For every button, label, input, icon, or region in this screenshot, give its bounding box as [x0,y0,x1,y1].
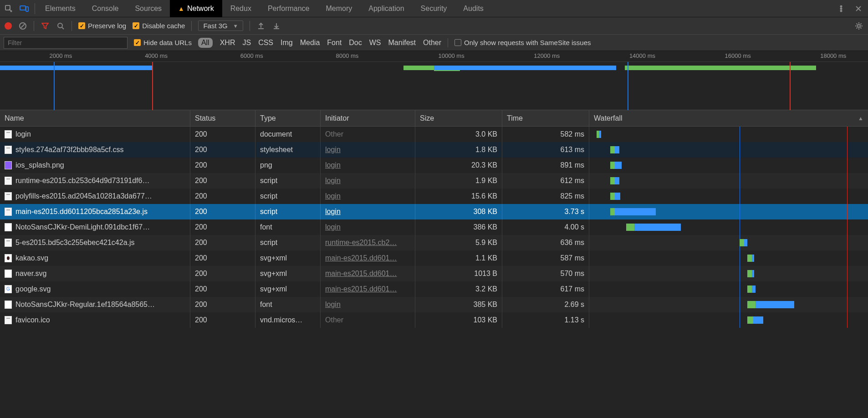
clear-icon[interactable] [18,21,27,31]
timeline-overview[interactable]: 2000 ms4000 ms6000 ms8000 ms10000 ms1200… [0,51,868,110]
initiator-text: Other [325,130,343,138]
request-size: 103 KB [415,312,502,328]
close-icon[interactable] [853,4,863,14]
table-row[interactable]: kakao.svg200svg+xmlmain-es2015.dd601…1.1… [0,250,868,266]
tab-security[interactable]: Security [413,0,455,17]
svg-rect-2 [26,7,28,11]
file-icon [5,161,12,169]
download-har-icon[interactable] [272,21,281,31]
device-toggle-icon[interactable] [19,4,29,14]
filter-cat-img[interactable]: Img [281,39,293,47]
request-waterfall [589,266,868,281]
tab-console[interactable]: Console [84,0,127,17]
table-row[interactable]: NotoSansCJKkr-DemiLight.091dbc1f67…200fo… [0,219,868,235]
search-icon[interactable] [56,21,65,31]
initiator-text: Other [325,316,343,324]
initiator-link[interactable]: login [325,301,341,309]
initiator-link[interactable]: login [325,161,341,169]
tab-label: Audits [463,5,483,13]
table-row[interactable]: ios_splash.png200pnglogin20.3 KB891 ms [0,158,868,173]
file-icon [5,130,12,138]
column-name[interactable]: Name [0,110,190,126]
request-initiator: login [321,204,415,219]
request-size: 386 KB [415,219,502,235]
request-size: 3.0 KB [415,127,502,142]
filter-icon[interactable] [41,21,50,31]
initiator-link[interactable]: main-es2015.dd601… [325,270,397,278]
initiator-link[interactable]: main-es2015.dd601… [325,254,397,262]
initiator-link[interactable]: login [325,192,341,200]
timeline-marker [628,62,628,110]
table-row[interactable]: main-es2015.dd6011205bca2851a23e.js200sc… [0,204,868,219]
tab-label: Application [368,5,404,13]
tab-redux[interactable]: Redux [222,0,260,17]
tab-elements[interactable]: Elements [37,0,84,17]
initiator-link[interactable]: login [325,177,341,185]
tab-network[interactable]: ▲Network [170,0,222,17]
tab-audits[interactable]: Audits [455,0,491,17]
filter-cat-font[interactable]: Font [327,39,342,47]
file-icon [5,316,12,324]
timeline-tick: 14000 ms [629,52,655,59]
column-time[interactable]: Time [502,110,589,126]
inspect-icon[interactable] [4,4,14,14]
table-row[interactable]: naver.svg200svg+xmlmain-es2015.dd601…101… [0,266,868,281]
filter-cat-css[interactable]: CSS [258,39,273,47]
hide-data-urls-checkbox[interactable]: Hide data URLs [134,39,192,46]
throttle-select[interactable]: Fast 3G▼ [198,20,243,31]
filter-cat-all[interactable]: All [198,38,213,48]
filter-cat-media[interactable]: Media [300,39,320,47]
request-name: naver.svg [15,270,46,278]
filter-cat-manifest[interactable]: Manifest [388,39,416,47]
disable-cache-checkbox[interactable]: Disable cache [133,22,185,30]
column-waterfall[interactable]: Waterfall [589,110,868,126]
column-type[interactable]: Type [255,110,321,126]
request-size: 385 KB [415,297,502,312]
table-row[interactable]: favicon.ico200vnd.micros…Other103 KB1.13… [0,312,868,328]
file-icon [5,208,12,216]
table-row[interactable]: polyfills-es2015.ad2045a10281a3da677…200… [0,189,868,204]
table-row[interactable]: login200documentOther3.0 KB582 ms [0,127,868,142]
request-type: document [255,127,321,142]
table-row[interactable]: Ggoogle.svg200svg+xmlmain-es2015.dd601…3… [0,281,868,297]
waterfall-marker [740,312,740,328]
filter-cat-doc[interactable]: Doc [349,39,362,47]
table-row[interactable]: NotoSansCJKkr-Regular.1ef18564a8565…200f… [0,297,868,312]
waterfall-bar [740,239,748,246]
timeline-tick: 8000 ms [336,52,358,59]
column-initiator[interactable]: Initiator [321,110,415,126]
timeline-tick: 2000 ms [49,52,72,59]
checkbox-checked-icon [134,39,141,46]
svg-point-4 [841,8,842,9]
table-body: login200documentOther3.0 KB582 msstyles.… [0,127,868,328]
initiator-link[interactable]: main-es2015.dd601… [325,285,397,293]
preserve-log-checkbox[interactable]: Preserve log [78,22,126,30]
filter-input[interactable] [4,37,128,49]
warning-icon: ▲ [178,5,184,12]
table-row[interactable]: 5-es2015.bd5c3c255ebec421c42a.js200scrip… [0,235,868,250]
initiator-link[interactable]: login [325,208,341,216]
tab-performance[interactable]: Performance [260,0,318,17]
upload-har-icon[interactable] [256,21,266,31]
filter-cat-js[interactable]: JS [242,39,251,47]
table-row[interactable]: styles.274a2af73f2bbb98a5cf.css200styles… [0,142,868,158]
table-row[interactable]: runtime-es2015.cb253c64d9d73191df6…200sc… [0,173,868,189]
initiator-link[interactable]: login [325,146,341,154]
waterfall-bar [626,224,681,231]
tab-sources[interactable]: Sources [127,0,170,17]
samesite-checkbox[interactable]: Only show requests with SameSite issues [454,39,591,46]
column-size[interactable]: Size [415,110,502,126]
filter-cat-other[interactable]: Other [423,39,441,47]
more-icon[interactable] [836,4,846,14]
settings-icon[interactable] [854,21,863,31]
initiator-link[interactable]: login [325,223,341,231]
tab-application[interactable]: Application [360,0,412,17]
filter-cat-xhr[interactable]: XHR [220,39,235,47]
column-status[interactable]: Status [190,110,255,126]
network-table: NameStatusTypeInitiatorSizeTimeWaterfall… [0,110,868,328]
svg-point-3 [841,5,842,7]
initiator-link[interactable]: runtime-es2015.cb2… [325,239,397,247]
tab-memory[interactable]: Memory [318,0,361,17]
filter-cat-ws[interactable]: WS [369,39,381,47]
record-button[interactable] [5,22,12,30]
